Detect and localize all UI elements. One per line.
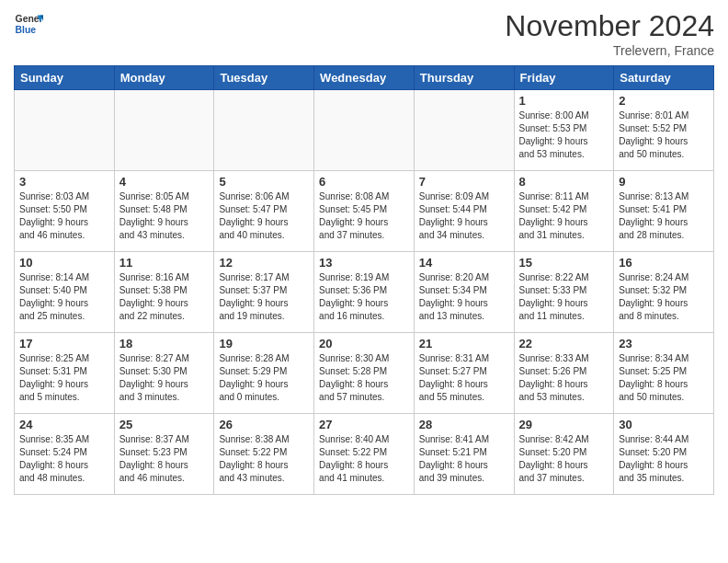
day-number: 16: [619, 256, 709, 270]
calendar-week-3: 17Sunrise: 8:25 AM Sunset: 5:31 PM Dayli…: [15, 333, 714, 414]
day-detail: Sunrise: 8:28 AM Sunset: 5:29 PM Dayligh…: [219, 352, 309, 404]
header-friday: Friday: [514, 66, 614, 90]
calendar-cell: [414, 90, 514, 171]
day-number: 18: [119, 337, 210, 350]
calendar-cell: 14Sunrise: 8:20 AM Sunset: 5:34 PM Dayli…: [414, 252, 514, 333]
title-block: November 2024 Trelevern, France: [505, 9, 714, 58]
day-number: 30: [619, 418, 709, 431]
header-tuesday: Tuesday: [214, 66, 314, 90]
header-saturday: Saturday: [614, 66, 714, 90]
day-number: 11: [119, 256, 210, 270]
day-detail: Sunrise: 8:40 AM Sunset: 5:22 PM Dayligh…: [319, 433, 409, 485]
calendar-week-4: 24Sunrise: 8:35 AM Sunset: 5:24 PM Dayli…: [15, 414, 714, 495]
day-detail: Sunrise: 8:14 AM Sunset: 5:40 PM Dayligh…: [19, 271, 109, 323]
calendar-cell: 28Sunrise: 8:41 AM Sunset: 5:21 PM Dayli…: [414, 414, 514, 495]
calendar-cell: 19Sunrise: 8:28 AM Sunset: 5:29 PM Dayli…: [214, 333, 314, 414]
calendar-cell: 4Sunrise: 8:05 AM Sunset: 5:48 PM Daylig…: [114, 171, 214, 252]
day-detail: Sunrise: 8:08 AM Sunset: 5:45 PM Dayligh…: [319, 190, 409, 242]
calendar-cell: 16Sunrise: 8:24 AM Sunset: 5:32 PM Dayli…: [614, 252, 714, 333]
header-thursday: Thursday: [414, 66, 514, 90]
day-number: 26: [219, 418, 309, 431]
logo-icon: General Blue: [14, 9, 43, 39]
calendar-cell: [314, 90, 415, 171]
calendar-cell: 21Sunrise: 8:31 AM Sunset: 5:27 PM Dayli…: [414, 333, 514, 414]
day-detail: Sunrise: 8:11 AM Sunset: 5:42 PM Dayligh…: [519, 190, 609, 242]
day-detail: Sunrise: 8:20 AM Sunset: 5:34 PM Dayligh…: [419, 271, 509, 323]
day-number: 12: [219, 256, 309, 270]
day-detail: Sunrise: 8:38 AM Sunset: 5:22 PM Dayligh…: [219, 433, 309, 485]
calendar-cell: 6Sunrise: 8:08 AM Sunset: 5:45 PM Daylig…: [314, 171, 415, 252]
day-detail: Sunrise: 8:34 AM Sunset: 5:25 PM Dayligh…: [619, 352, 709, 404]
day-detail: Sunrise: 8:16 AM Sunset: 5:38 PM Dayligh…: [119, 271, 210, 323]
calendar-table: Sunday Monday Tuesday Wednesday Thursday…: [14, 65, 714, 495]
day-detail: Sunrise: 8:03 AM Sunset: 5:50 PM Dayligh…: [19, 190, 109, 242]
day-number: 1: [519, 94, 609, 108]
logo: General Blue: [14, 9, 43, 39]
svg-text:Blue: Blue: [16, 25, 37, 35]
calendar-week-1: 3Sunrise: 8:03 AM Sunset: 5:50 PM Daylig…: [15, 171, 714, 252]
day-detail: Sunrise: 8:00 AM Sunset: 5:53 PM Dayligh…: [519, 109, 609, 161]
header-monday: Monday: [114, 66, 214, 90]
day-detail: Sunrise: 8:41 AM Sunset: 5:21 PM Dayligh…: [419, 433, 509, 485]
day-detail: Sunrise: 8:33 AM Sunset: 5:26 PM Dayligh…: [519, 352, 609, 404]
day-number: 17: [19, 337, 109, 350]
location: Trelevern, France: [505, 43, 714, 58]
calendar-cell: 29Sunrise: 8:42 AM Sunset: 5:20 PM Dayli…: [514, 414, 614, 495]
day-number: 28: [419, 418, 509, 431]
day-detail: Sunrise: 8:27 AM Sunset: 5:30 PM Dayligh…: [119, 352, 210, 404]
calendar-cell: 18Sunrise: 8:27 AM Sunset: 5:30 PM Dayli…: [114, 333, 214, 414]
calendar-cell: 3Sunrise: 8:03 AM Sunset: 5:50 PM Daylig…: [15, 171, 115, 252]
day-detail: Sunrise: 8:35 AM Sunset: 5:24 PM Dayligh…: [19, 433, 109, 485]
day-detail: Sunrise: 8:19 AM Sunset: 5:36 PM Dayligh…: [319, 271, 409, 323]
calendar-week-0: 1Sunrise: 8:00 AM Sunset: 5:53 PM Daylig…: [15, 90, 714, 171]
day-number: 23: [619, 337, 709, 350]
day-number: 21: [419, 337, 509, 350]
calendar-cell: [15, 90, 115, 171]
day-detail: Sunrise: 8:13 AM Sunset: 5:41 PM Dayligh…: [619, 190, 709, 242]
day-number: 15: [519, 256, 609, 270]
day-number: 10: [19, 256, 109, 270]
calendar-cell: 17Sunrise: 8:25 AM Sunset: 5:31 PM Dayli…: [15, 333, 115, 414]
day-detail: Sunrise: 8:37 AM Sunset: 5:23 PM Dayligh…: [119, 433, 210, 485]
day-number: 20: [319, 337, 409, 350]
calendar-cell: 10Sunrise: 8:14 AM Sunset: 5:40 PM Dayli…: [15, 252, 115, 333]
day-detail: Sunrise: 8:01 AM Sunset: 5:52 PM Dayligh…: [619, 109, 709, 161]
page-header: General Blue November 2024 Trelevern, Fr…: [14, 9, 714, 58]
calendar-cell: 8Sunrise: 8:11 AM Sunset: 5:42 PM Daylig…: [514, 171, 614, 252]
calendar-cell: 5Sunrise: 8:06 AM Sunset: 5:47 PM Daylig…: [214, 171, 314, 252]
calendar-cell: 15Sunrise: 8:22 AM Sunset: 5:33 PM Dayli…: [514, 252, 614, 333]
day-number: 27: [319, 418, 409, 431]
calendar-header: Sunday Monday Tuesday Wednesday Thursday…: [15, 66, 714, 90]
day-number: 3: [19, 175, 109, 189]
header-wednesday: Wednesday: [314, 66, 415, 90]
day-number: 22: [519, 337, 609, 350]
day-detail: Sunrise: 8:22 AM Sunset: 5:33 PM Dayligh…: [519, 271, 609, 323]
calendar-cell: 9Sunrise: 8:13 AM Sunset: 5:41 PM Daylig…: [614, 171, 714, 252]
calendar-cell: [114, 90, 214, 171]
calendar-cell: 1Sunrise: 8:00 AM Sunset: 5:53 PM Daylig…: [514, 90, 614, 171]
day-number: 24: [19, 418, 109, 431]
day-detail: Sunrise: 8:24 AM Sunset: 5:32 PM Dayligh…: [619, 271, 709, 323]
day-number: 6: [319, 175, 409, 189]
calendar-cell: 13Sunrise: 8:19 AM Sunset: 5:36 PM Dayli…: [314, 252, 415, 333]
calendar-week-2: 10Sunrise: 8:14 AM Sunset: 5:40 PM Dayli…: [15, 252, 714, 333]
calendar-cell: 23Sunrise: 8:34 AM Sunset: 5:25 PM Dayli…: [614, 333, 714, 414]
day-number: 8: [519, 175, 609, 189]
calendar-cell: 2Sunrise: 8:01 AM Sunset: 5:52 PM Daylig…: [614, 90, 714, 171]
calendar-cell: 27Sunrise: 8:40 AM Sunset: 5:22 PM Dayli…: [314, 414, 415, 495]
day-detail: Sunrise: 8:25 AM Sunset: 5:31 PM Dayligh…: [19, 352, 109, 404]
calendar-cell: 25Sunrise: 8:37 AM Sunset: 5:23 PM Dayli…: [114, 414, 214, 495]
day-number: 7: [419, 175, 509, 189]
day-detail: Sunrise: 8:30 AM Sunset: 5:28 PM Dayligh…: [319, 352, 409, 404]
day-number: 5: [219, 175, 309, 189]
day-detail: Sunrise: 8:17 AM Sunset: 5:37 PM Dayligh…: [219, 271, 309, 323]
calendar-cell: 20Sunrise: 8:30 AM Sunset: 5:28 PM Dayli…: [314, 333, 415, 414]
day-detail: Sunrise: 8:44 AM Sunset: 5:20 PM Dayligh…: [619, 433, 709, 485]
day-detail: Sunrise: 8:05 AM Sunset: 5:48 PM Dayligh…: [119, 190, 210, 242]
calendar-body: 1Sunrise: 8:00 AM Sunset: 5:53 PM Daylig…: [15, 90, 714, 495]
day-detail: Sunrise: 8:42 AM Sunset: 5:20 PM Dayligh…: [519, 433, 609, 485]
header-sunday: Sunday: [15, 66, 115, 90]
calendar-cell: [214, 90, 314, 171]
calendar-cell: 12Sunrise: 8:17 AM Sunset: 5:37 PM Dayli…: [214, 252, 314, 333]
calendar-cell: 22Sunrise: 8:33 AM Sunset: 5:26 PM Dayli…: [514, 333, 614, 414]
